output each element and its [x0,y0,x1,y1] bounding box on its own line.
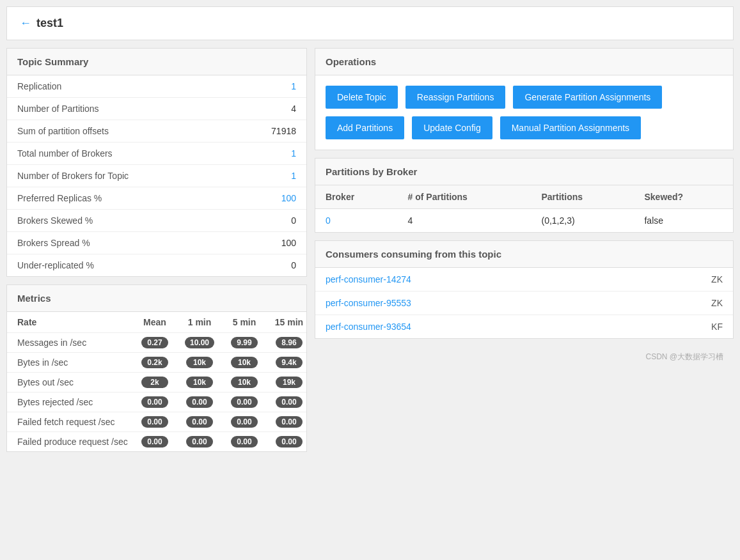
metrics-card: Metrics Rate Mean 1 min 5 min 15 min Mes… [6,284,307,452]
operations-row-2: Add PartitionsUpdate ConfigManual Partit… [326,116,723,139]
operations-row-1: Delete TopicReassign PartitionsGenerate … [326,86,723,109]
metrics-cell: 9.99 [222,337,267,348]
manual-partition-assignments-button[interactable]: Manual Partition Assignments [500,116,641,139]
metrics-row: Bytes rejected /sec0.000.000.000.00 [7,393,306,412]
summary-value[interactable]: 1 [230,75,306,98]
metrics-badge: 0.00 [276,396,303,408]
metrics-badge: 0.2k [141,357,168,368]
page-title: test1 [36,17,63,30]
metrics-cell: 0.00 [267,436,311,447]
metrics-cell: 0.2k [132,357,177,368]
metrics-col-1min: 1 min [177,317,222,327]
partitions-by-broker-title: Partitions by Broker [315,159,733,185]
metrics-col-5min: 5 min [222,317,267,327]
consumers-title: Consumers consuming from this topic [315,241,733,268]
summary-label: Number of Partitions [7,98,230,120]
broker-id[interactable]: 0 [315,209,398,233]
consumers-table: perf-consumer-14274ZKperf-consumer-95553… [315,268,733,338]
metrics-cell: 10k [222,377,267,388]
metrics-header-row: Rate Mean 1 min 5 min 15 min [7,312,306,333]
summary-value[interactable]: 100 [230,187,306,210]
metrics-col-mean: Mean [132,317,177,327]
summary-row: Brokers Spread %100 [7,232,306,254]
metrics-badge: 0.00 [141,436,168,447]
metrics-cell: 0.00 [222,436,267,447]
topic-summary-table: Replication1Number of Partitions4Sum of … [7,75,306,276]
metrics-cell: 0.00 [132,396,177,408]
metrics-cell: 10k [177,357,222,368]
consumer-name[interactable]: perf-consumer-93654 [315,315,636,339]
consumer-name[interactable]: perf-consumer-14274 [315,268,636,292]
main-content: Topic Summary Replication1Number of Part… [6,48,734,452]
delete-topic-button[interactable]: Delete Topic [326,86,398,109]
metrics-cell: 10k [177,377,222,388]
broker-col-header: Skewed? [634,185,733,209]
generate-partition-assignments-button[interactable]: Generate Partition Assignments [513,86,662,109]
summary-value: 0 [230,254,306,277]
summary-row: Number of Brokers for Topic1 [7,165,306,187]
metrics-cell: 2k [132,377,177,388]
metrics-row: Bytes out /sec2k10k10k19k [7,373,306,393]
broker-num-partitions: 4 [398,209,531,233]
metrics-badge: 19k [276,377,303,388]
summary-row: Replication1 [7,75,306,98]
add-partitions-button[interactable]: Add Partitions [326,116,404,139]
metrics-cell: Failed fetch request /sec [17,417,132,427]
metrics-title: Metrics [7,285,306,312]
metrics-row: Bytes in /sec0.2k10k10k9.4k [7,353,306,373]
metrics-cell: 0.27 [132,337,177,348]
summary-label: Replication [7,75,230,98]
left-panel: Topic Summary Replication1Number of Part… [6,48,307,452]
metrics-cell: 19k [267,377,311,388]
metrics-cell: 0.00 [177,436,222,447]
summary-value[interactable]: 1 [230,143,306,165]
metrics-cell: 10.00 [177,337,222,348]
metrics-cell: 0.00 [132,416,177,428]
metrics-cell: Messages in /sec [17,338,132,348]
back-button[interactable]: ← [20,17,31,30]
summary-value: 4 [230,98,306,120]
metrics-badge: 0.00 [186,416,213,428]
metrics-cell: 8.96 [267,337,311,348]
broker-col-header: Broker [315,185,398,209]
summary-row: Number of Partitions4 [7,98,306,120]
metrics-row: Failed produce request /sec0.000.000.000… [7,432,306,451]
consumers-card: Consumers consuming from this topic perf… [315,240,734,339]
summary-row: Under-replicated %0 [7,254,306,277]
metrics-badge: 0.00 [276,416,303,428]
consumer-type: ZK [636,292,733,315]
metrics-cell: Failed produce request /sec [17,437,132,447]
update-config-button[interactable]: Update Config [412,116,492,139]
operations-buttons: Delete TopicReassign PartitionsGenerate … [315,75,733,150]
right-panel: Operations Delete TopicReassign Partitio… [315,48,734,452]
watermark: CSDN @大数据学习槽 [315,346,734,368]
operations-title: Operations [315,49,733,75]
metrics-cell: Bytes rejected /sec [17,397,132,407]
metrics-cell: 9.4k [267,357,311,368]
broker-col-header: # of Partitions [398,185,531,209]
metrics-badge: 10k [231,377,258,388]
summary-label: Total number of Brokers [7,143,230,165]
summary-label: Number of Brokers for Topic [7,165,230,187]
topic-summary-card: Topic Summary Replication1Number of Part… [6,48,307,277]
metrics-cell: 0.00 [177,416,222,428]
reassign-partitions-button[interactable]: Reassign Partitions [405,86,506,109]
metrics-badge: 0.00 [186,396,213,408]
metrics-col-rate: Rate [17,317,132,327]
consumer-type: ZK [636,268,733,292]
summary-value[interactable]: 1 [230,165,306,187]
consumer-row: perf-consumer-93654KF [315,315,733,339]
broker-table: Broker# of PartitionsPartitionsSkewed? 0… [315,185,733,232]
metrics-badge: 0.00 [231,436,258,447]
metrics-cell: Bytes in /sec [17,357,132,368]
metrics-cell: Bytes out /sec [17,377,132,387]
metrics-badge: 0.00 [186,436,213,447]
summary-value: 0 [230,210,306,232]
metrics-badge: 0.00 [141,396,168,408]
metrics-badge: 0.00 [231,416,258,428]
summary-label: Brokers Skewed % [7,210,230,232]
metrics-cell: 0.00 [222,396,267,408]
broker-row: 04(0,1,2,3)false [315,209,733,233]
metrics-rows: Messages in /sec0.2710.009.998.96Bytes i… [7,333,306,451]
consumer-name[interactable]: perf-consumer-95553 [315,292,636,315]
